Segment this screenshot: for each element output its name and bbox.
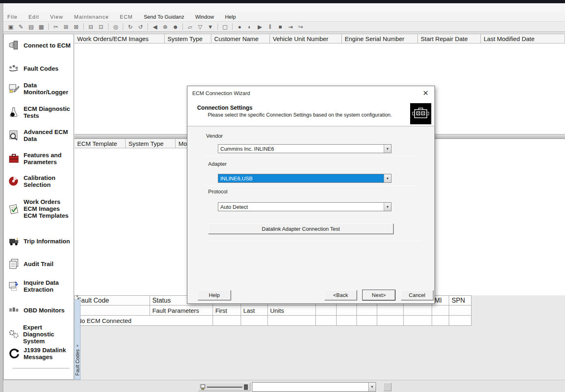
sidebar-item-label: Inquire Data Extraction <box>24 279 59 293</box>
sidebar-item-j1939-datalink-messages[interactable]: J1939 Datalink Messages <box>8 347 73 360</box>
vendor-dropdown[interactable]: Cummins Inc. INLINE6 ▼ <box>218 144 391 153</box>
toolbar-separator <box>217 23 218 30</box>
templates-icon[interactable]: ▦ <box>36 22 46 31</box>
sidebar-item-data-monitor-logger[interactable]: Data Monitor/Logger <box>8 82 73 95</box>
close-icon[interactable]: ✕ <box>421 89 430 97</box>
menu-bar: File Edit View Maintenance ECM Send To G… <box>3 12 565 21</box>
menu-file[interactable]: File <box>7 14 17 20</box>
connect-to-ecm-icon <box>8 39 20 51</box>
cell-blank <box>449 316 472 326</box>
sidebar-item-trip-information[interactable]: Trip Information <box>8 235 73 247</box>
col-ecm-template[interactable]: ECM Template <box>74 139 126 148</box>
sidebar-item-expert-diagnostic-system[interactable]: Expert Diagnostic System <box>8 324 73 344</box>
next-button[interactable]: Next> <box>363 290 395 300</box>
protocol-label: Protocol <box>208 188 228 195</box>
col-template-system-type[interactable]: System Type <box>126 139 176 148</box>
subcol-last[interactable]: Last <box>241 305 268 316</box>
fault-pane-close-icon[interactable]: × <box>74 293 80 299</box>
ecm-data-icon[interactable]: ⊕ <box>160 22 170 31</box>
menu-maintenance[interactable]: Maintenance <box>74 14 109 20</box>
protocol-dropdown[interactable]: Auto Detect ▼ <box>218 202 391 211</box>
col-system-type[interactable]: System Type <box>165 34 211 43</box>
menu-view[interactable]: View <box>50 14 63 20</box>
step-icon[interactable]: ⇥ <box>285 22 296 31</box>
refresh-icon[interactable]: ↻ <box>125 22 135 31</box>
sidebar-item-connect-to-ecm[interactable]: Connect to ECM <box>8 39 73 51</box>
filter-special-icon[interactable]: ▽ <box>195 22 205 31</box>
sidebar-item-calibration-selection[interactable]: Calibration Selection <box>8 174 73 188</box>
playback-icon[interactable]: ◐ <box>245 22 255 31</box>
subcol-fault-parameters[interactable]: Fault Parameters <box>150 305 213 316</box>
col-customer-name[interactable]: Customer Name <box>211 34 270 43</box>
sidebar-item-label: Work Orders ECM Images ECM Templates <box>24 198 69 219</box>
stop-icon[interactable]: ■ <box>275 22 285 31</box>
toolbar-separator <box>183 23 183 30</box>
connect-icon[interactable]: ◀ <box>150 22 160 31</box>
cut-icon[interactable]: ✂ <box>51 22 61 31</box>
sidebar-item-ecm-diagnostic-tests[interactable]: ECM Diagnostic Tests <box>8 105 73 119</box>
menu-help[interactable]: Help <box>225 14 236 20</box>
pause-icon[interactable]: ‖ <box>265 22 275 31</box>
connection-status-widget <box>198 383 250 391</box>
calibrate-icon[interactable]: ↺ <box>135 22 146 31</box>
sidebar-item-label: J1939 Datalink Messages <box>24 347 66 360</box>
sidebar-item-obd-monitors[interactable]: OBD Monitors <box>8 304 73 316</box>
print-preview-icon[interactable]: ⊡ <box>96 22 106 31</box>
chevron-down-icon[interactable]: ▼ <box>384 145 391 153</box>
new-page-icon[interactable]: ▢ <box>220 22 230 31</box>
menu-ecm[interactable]: ECM <box>120 14 133 20</box>
help-button[interactable]: Help <box>198 290 231 300</box>
cancel-button[interactable]: Cancel <box>401 290 433 300</box>
screen-top-edge <box>0 0 565 3</box>
sidebar-item-audit-trail[interactable]: Audit Trail <box>8 258 73 270</box>
datalink-adapter-connection-test-button[interactable]: Datalink Adapter Connection Test <box>208 223 393 234</box>
sidebar-item-fault-codes[interactable]: Fault Codes <box>8 62 73 74</box>
adapter-dropdown[interactable]: INLINE6,USB ▼ <box>218 174 391 183</box>
subcol-units[interactable]: Units <box>268 305 316 316</box>
chevron-down-icon[interactable]: ▼ <box>384 174 391 182</box>
col-fault-code[interactable]: Fault Code <box>75 296 150 305</box>
col-spn[interactable]: SPN <box>449 296 472 305</box>
back-button[interactable]: <Back <box>324 290 357 300</box>
record-icon[interactable]: ● <box>235 22 245 31</box>
chevron-down-icon[interactable]: ▼ <box>368 383 376 391</box>
status-combobox[interactable]: ▼ <box>252 382 376 392</box>
col-engine-serial-number[interactable]: Engine Serial Number <box>342 34 418 43</box>
tab-close-icon[interactable]: × <box>76 344 79 348</box>
adapter-label: Adapter <box>208 161 227 167</box>
notes-icon[interactable]: ▱ <box>185 22 195 31</box>
ecm-connection-wizard-dialog: ECM Connection Wizard ✕ Connection Setti… <box>187 86 435 304</box>
menu-edit[interactable]: Edit <box>28 14 39 20</box>
find-icon[interactable]: ◎ <box>111 22 121 31</box>
menu-send-to-guidanz[interactable]: Send To Guidanz <box>144 14 185 20</box>
inquire-data-extraction-icon <box>8 280 20 292</box>
col-work-orders-ecm-images[interactable]: Work Orders/ECM Images <box>74 34 165 43</box>
work-orders-icon[interactable]: ✎ <box>16 22 26 31</box>
new-icon[interactable]: ▣ <box>6 22 16 31</box>
subcol-first[interactable]: First <box>213 305 241 316</box>
paste-icon[interactable]: ⊠ <box>71 22 81 31</box>
filter-icon[interactable]: ▼ <box>205 22 215 31</box>
sidebar-item-inquire-data-extraction[interactable]: Inquire Data Extraction <box>8 279 73 293</box>
cell-blank <box>316 316 337 326</box>
status-combobox-value <box>252 383 368 391</box>
chevron-down-icon[interactable]: ▼ <box>384 203 391 211</box>
sidebar-item-work-orders-ecm-images-templates[interactable]: Work Orders ECM Images ECM Templates <box>8 198 73 219</box>
copy-icon[interactable]: ⊞ <box>61 22 71 31</box>
window-titlebar <box>3 3 565 12</box>
sidebar-item-features-and-parameters[interactable]: Features and Parameters <box>8 152 73 165</box>
col-vehicle-unit-number[interactable]: Vehicle Unit Number <box>270 34 342 43</box>
exit-icon[interactable]: ↪ <box>296 22 306 31</box>
fault-codes-tab[interactable]: × Fault Codes <box>74 299 80 380</box>
user-icon[interactable]: ☻ <box>170 22 180 31</box>
sidebar-item-advanced-ecm-data[interactable]: Advanced ECM Data <box>8 128 73 142</box>
status-square-button[interactable] <box>383 383 391 391</box>
col-last-modified-date[interactable]: Last Modified Date <box>481 34 565 43</box>
col-start-repair-date[interactable]: Start Repair Date <box>418 34 481 43</box>
sidebar-item-label: OBD Monitors <box>24 307 65 314</box>
dialog-heading: Connection Settings <box>197 104 252 111</box>
play-icon[interactable]: ▶ <box>255 22 265 31</box>
menu-window[interactable]: Window <box>195 14 214 20</box>
print-icon[interactable]: ⊟ <box>86 22 96 31</box>
ecm-images-icon[interactable]: ▤ <box>26 22 36 31</box>
